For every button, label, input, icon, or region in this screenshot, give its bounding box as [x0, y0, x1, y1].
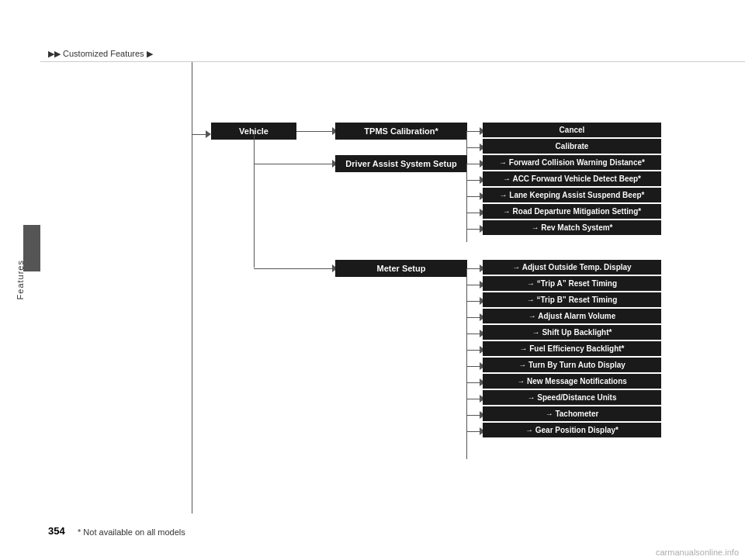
vehicle-to-tpms-line [296, 131, 335, 132]
meter-box: Meter Setup [335, 260, 467, 277]
meter-item-5: → Fuel Efficiency Backlight* [483, 341, 661, 356]
breadcrumb-text: ▶▶ Customized Features ▶ [48, 49, 153, 59]
meter-item-9: → Tachometer [483, 406, 661, 421]
driver-item-1: → ACC Forward Vehicle Detect Beep* [483, 171, 661, 186]
meter-item-4: → Shift Up Backlight* [483, 325, 661, 340]
meter-item-7: → New Message Notifications [483, 374, 661, 389]
to-meter-line [254, 268, 335, 269]
arrow-to-vehicle [192, 130, 211, 138]
sidebar-label: Features [16, 260, 25, 299]
meter-item-6: → Turn By Turn Auto Display [483, 358, 661, 372]
diagram-area: Vehicle TPMS Calibration* Driver Assist … [40, 62, 745, 513]
to-driver-line [254, 164, 335, 164]
watermark: carmanualsonline.info [650, 544, 745, 560]
breadcrumb: ▶▶ Customized Features ▶ [40, 47, 745, 62]
footer-note: * Not available on all models [78, 527, 185, 537]
meter-item-0: → Adjust Outside Temp. Display [483, 260, 661, 275]
meter-item-3: → Adjust Alarm Volume [483, 309, 661, 323]
meter-item-8: → Speed/Distance Units [483, 390, 661, 405]
meter-item-1: → “Trip A” Reset Timing [483, 276, 661, 291]
tpms-box: TPMS Calibration* [335, 123, 467, 140]
meter-item-2: → “Trip B” Reset Timing [483, 292, 661, 307]
tpms-right-vline [466, 131, 467, 156]
vehicle-vline [254, 131, 255, 268]
driver-item-4: → Rev Match System* [483, 220, 661, 235]
arrow-head [206, 130, 211, 138]
sidebar: Features [0, 0, 40, 560]
driver-item-3: → Road Departure Mitigation Setting* [483, 204, 661, 219]
driver-right-vline [466, 164, 467, 242]
calibrate-item: Calibrate [483, 139, 661, 154]
sidebar-color-block [23, 225, 40, 271]
page-number: 354 [48, 525, 65, 537]
meter-item-10: → Gear Position Display* [483, 423, 661, 437]
cancel-item: Cancel [483, 123, 661, 137]
driver-item-2: → Lane Keeping Assist Suspend Beep* [483, 188, 661, 202]
driver-box: Driver Assist System Setup [335, 155, 467, 172]
driver-item-0: → Forward Collision Warning Distance* [483, 155, 661, 170]
arrow-line [192, 134, 206, 135]
